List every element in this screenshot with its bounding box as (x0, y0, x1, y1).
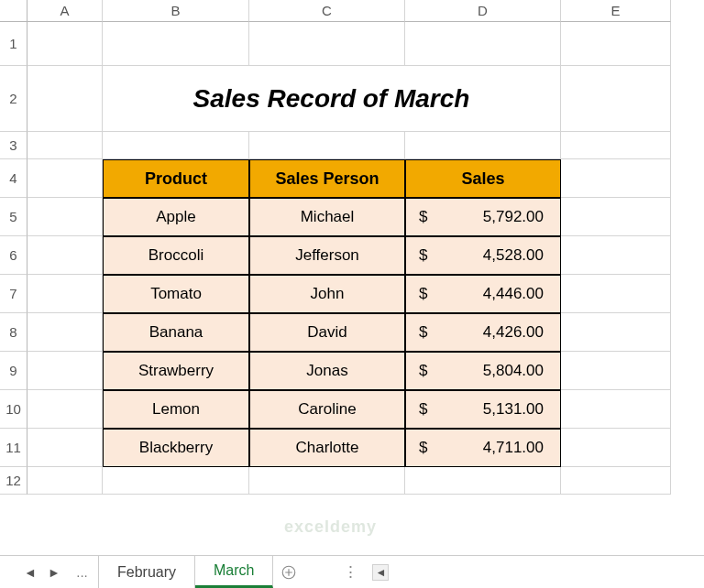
cell[interactable] (28, 236, 103, 275)
table-cell-product[interactable]: Strawberry (103, 352, 249, 390)
cell[interactable] (28, 352, 103, 390)
cell[interactable] (405, 132, 561, 159)
table-header-product[interactable]: Product (103, 159, 249, 198)
add-sheet-button[interactable] (273, 556, 304, 588)
row-header-4[interactable]: 4 (0, 159, 28, 198)
row-header-10[interactable]: 10 (0, 390, 28, 429)
cell[interactable] (561, 159, 671, 198)
row-header-3[interactable]: 3 (0, 132, 28, 159)
row-header-6[interactable]: 6 (0, 236, 28, 275)
col-header-D[interactable]: D (405, 0, 561, 22)
amount: 5,792.00 (483, 208, 544, 226)
currency-symbol: $ (419, 246, 427, 265)
row-header-11[interactable]: 11 (0, 429, 28, 467)
cell[interactable] (561, 66, 671, 132)
amount: 4,446.00 (483, 285, 544, 303)
cell[interactable] (28, 66, 103, 132)
cell[interactable] (249, 132, 405, 159)
col-header-A[interactable]: A (28, 0, 103, 22)
row-header-7[interactable]: 7 (0, 275, 28, 313)
amount: 4,711.00 (483, 439, 544, 457)
cell[interactable] (28, 313, 103, 352)
cell[interactable] (28, 132, 103, 159)
row-header-9[interactable]: 9 (0, 352, 28, 390)
horizontal-scrollbar[interactable]: ◄ (367, 556, 704, 588)
cell[interactable] (561, 132, 671, 159)
table-cell-product[interactable]: Apple (103, 198, 249, 236)
select-all-corner[interactable] (0, 0, 28, 22)
table-cell-product[interactable]: Blackberry (103, 429, 249, 467)
table-header-salesperson[interactable]: Sales Person (249, 159, 405, 198)
sheet-tab-march[interactable]: March (195, 556, 273, 588)
cell[interactable] (28, 390, 103, 429)
table-cell-person[interactable]: John (249, 275, 405, 313)
currency-symbol: $ (419, 400, 427, 419)
cell[interactable] (28, 275, 103, 313)
table-cell-sales[interactable]: $5,792.00 (405, 198, 561, 236)
table-cell-person[interactable]: Michael (249, 198, 405, 236)
cell[interactable] (405, 22, 561, 66)
cell[interactable] (103, 22, 249, 66)
tab-options-icon[interactable]: ⋮ (341, 556, 359, 588)
col-header-B[interactable]: B (103, 0, 249, 22)
cell[interactable] (103, 132, 249, 159)
currency-symbol: $ (419, 285, 427, 303)
table-cell-product[interactable]: Broccoli (103, 236, 249, 275)
currency-symbol: $ (419, 439, 427, 457)
watermark: exceldemy (284, 517, 377, 537)
table-cell-sales[interactable]: $4,426.00 (405, 313, 561, 352)
cell[interactable] (103, 467, 249, 495)
scroll-left-icon[interactable]: ◄ (372, 564, 389, 581)
spreadsheet-grid: A B C D E 1 2 Sales Record of March 3 4 … (0, 0, 704, 495)
cell[interactable] (561, 313, 671, 352)
currency-symbol: $ (419, 362, 427, 380)
amount: 4,426.00 (483, 323, 544, 342)
cell[interactable] (249, 467, 405, 495)
cell[interactable] (561, 275, 671, 313)
table-cell-person[interactable]: Jefferson (249, 236, 405, 275)
plus-circle-icon (280, 564, 297, 581)
row-header-1[interactable]: 1 (0, 22, 28, 66)
nav-prev-icon[interactable]: ◄ (18, 556, 42, 588)
row-header-2[interactable]: 2 (0, 66, 28, 132)
table-cell-sales[interactable]: $4,711.00 (405, 429, 561, 467)
cell[interactable] (28, 22, 103, 66)
table-cell-sales[interactable]: $5,131.00 (405, 390, 561, 429)
cell[interactable] (28, 429, 103, 467)
sheet-tab-february[interactable]: February (99, 556, 195, 588)
table-cell-sales[interactable]: $5,804.00 (405, 352, 561, 390)
cell[interactable] (561, 198, 671, 236)
cell[interactable] (561, 390, 671, 429)
cell[interactable] (249, 22, 405, 66)
tab-overflow-button[interactable]: ... (66, 556, 99, 588)
row-header-12[interactable]: 12 (0, 467, 28, 495)
col-header-E[interactable]: E (561, 0, 671, 22)
cell[interactable] (561, 352, 671, 390)
table-cell-sales[interactable]: $4,446.00 (405, 275, 561, 313)
table-cell-sales[interactable]: $4,528.00 (405, 236, 561, 275)
cell[interactable] (561, 236, 671, 275)
cell[interactable] (405, 467, 561, 495)
table-cell-product[interactable]: Tomato (103, 275, 249, 313)
table-cell-product[interactable]: Banana (103, 313, 249, 352)
table-cell-person[interactable]: Caroline (249, 390, 405, 429)
table-cell-person[interactable]: Charlotte (249, 429, 405, 467)
sheet-tab-bar: ◄ ► ... February March ⋮ ◄ (0, 555, 704, 588)
cell[interactable] (561, 467, 671, 495)
sheet-title[interactable]: Sales Record of March (103, 66, 561, 132)
currency-symbol: $ (419, 323, 427, 342)
table-cell-person[interactable]: Jonas (249, 352, 405, 390)
amount: 5,131.00 (483, 400, 544, 419)
col-header-C[interactable]: C (249, 0, 405, 22)
table-cell-product[interactable]: Lemon (103, 390, 249, 429)
table-cell-person[interactable]: David (249, 313, 405, 352)
cell[interactable] (561, 429, 671, 467)
nav-next-icon[interactable]: ► (42, 556, 66, 588)
cell[interactable] (28, 467, 103, 495)
row-header-8[interactable]: 8 (0, 313, 28, 352)
cell[interactable] (28, 159, 103, 198)
cell[interactable] (561, 22, 671, 66)
row-header-5[interactable]: 5 (0, 198, 28, 236)
cell[interactable] (28, 198, 103, 236)
table-header-sales[interactable]: Sales (405, 159, 561, 198)
